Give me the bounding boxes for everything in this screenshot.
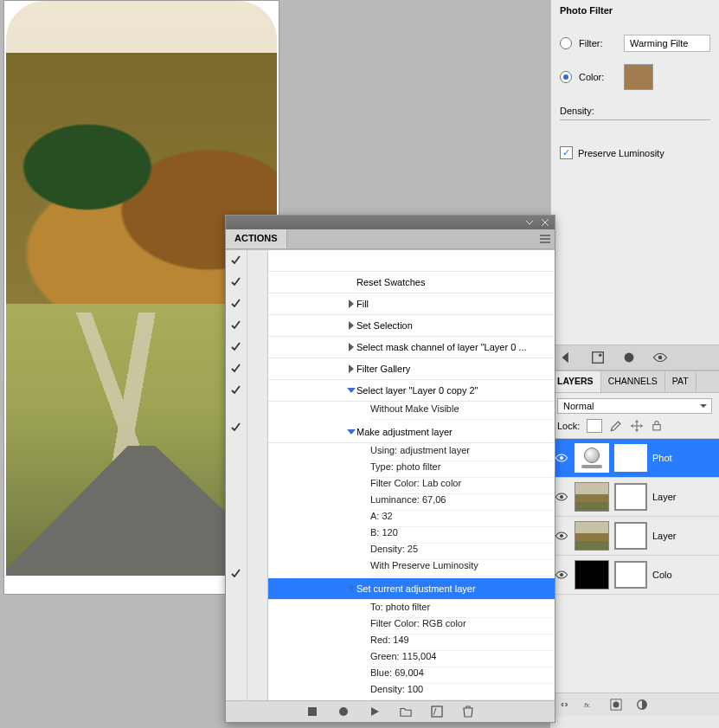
layer-mask-thumb[interactable]	[614, 561, 647, 589]
layer-row[interactable]: Layer	[550, 517, 719, 556]
layer-thumb[interactable]	[575, 521, 609, 551]
disclosure-open-icon[interactable]	[346, 429, 356, 435]
layer-name[interactable]: Layer	[652, 531, 677, 541]
action-step-label: Set current adjustment layer	[356, 580, 555, 597]
action-step[interactable]: Set current adjustment layer	[268, 578, 555, 600]
layer-row[interactable]: Colo	[550, 556, 719, 595]
lock-all-icon[interactable]	[651, 420, 663, 432]
action-step[interactable]: Make adjustment layer	[268, 422, 555, 443]
trash-icon[interactable]	[462, 705, 474, 718]
density-slider[interactable]	[560, 119, 710, 120]
layer-row[interactable]: Layer	[550, 478, 719, 517]
action-step[interactable]: Fill	[268, 293, 555, 315]
color-label: Color:	[579, 72, 617, 82]
mask-icon[interactable]	[609, 699, 623, 711]
action-step[interactable]: Select layer "Layer 0 copy 2"	[268, 380, 555, 402]
action-step[interactable]	[268, 250, 555, 272]
action-step[interactable]: Set Selection	[268, 315, 555, 337]
svg-point-14	[339, 707, 348, 716]
record-icon[interactable]	[337, 705, 350, 718]
back-arrow-icon[interactable]	[559, 350, 575, 365]
layer-mask-thumb[interactable]	[614, 444, 647, 472]
adjustments-icon-strip	[550, 345, 719, 370]
layer-thumb[interactable]	[575, 482, 609, 512]
layer-thumb-adjustment[interactable]	[575, 443, 609, 473]
layer-name[interactable]: Colo	[652, 570, 672, 580]
photo-filter-title: Photo Filter	[560, 5, 710, 16]
lock-label: Lock:	[557, 421, 580, 431]
layer-mask-thumb[interactable]	[614, 522, 647, 550]
svg-point-6	[560, 495, 563, 499]
actions-panel: ACTIONS Reset SwatchesFillSet SelectionS…	[225, 215, 555, 723]
action-step-label: Select layer "Layer 0 copy 2"	[356, 382, 555, 399]
action-step-label: Reset Swatches	[356, 274, 555, 291]
visibility-toggle[interactable]	[554, 489, 569, 505]
action-step[interactable]: Filter Gallery	[268, 358, 555, 380]
svg-rect-0	[593, 352, 604, 364]
filter-dropdown[interactable]: Warming Filte	[624, 35, 710, 52]
disclosure-closed-icon[interactable]	[346, 343, 356, 351]
new-set-icon[interactable]	[400, 705, 412, 718]
preserve-luminosity-label: Preserve Luminosity	[578, 148, 664, 158]
close-icon[interactable]	[541, 218, 549, 227]
play-icon[interactable]	[369, 705, 381, 718]
lock-brush-icon[interactable]	[609, 419, 623, 433]
actions-gutter	[226, 250, 268, 700]
adjustment-icon[interactable]	[590, 350, 606, 365]
eye-icon[interactable]	[652, 350, 668, 365]
tab-channels[interactable]: CHANNELS	[601, 371, 665, 392]
preserve-luminosity-checkbox[interactable]	[560, 146, 573, 159]
actions-steps-list[interactable]: Reset SwatchesFillSet SelectionSelect ma…	[268, 250, 555, 700]
svg-text:fx.: fx.	[584, 701, 591, 709]
disclosure-open-icon[interactable]	[346, 586, 356, 591]
action-step[interactable]: Reset Swatches	[268, 272, 555, 293]
visibility-toggle[interactable]	[554, 567, 569, 583]
new-action-icon[interactable]	[431, 705, 443, 718]
adjustment-new-icon[interactable]	[635, 699, 649, 711]
layers-footer: fx.	[550, 693, 719, 716]
action-step-details: Without Make Visible	[268, 402, 555, 422]
dialog-column[interactable]	[247, 250, 268, 700]
svg-point-8	[560, 573, 563, 577]
svg-point-5	[560, 456, 563, 460]
clip-icon[interactable]	[621, 350, 637, 365]
disclosure-closed-icon[interactable]	[346, 364, 356, 373]
filter-radio[interactable]	[560, 37, 572, 49]
disclosure-open-icon[interactable]	[346, 388, 356, 393]
svg-point-11	[613, 702, 619, 708]
actions-footer	[226, 700, 555, 722]
fx-icon[interactable]: fx.	[583, 699, 597, 711]
tab-actions[interactable]: ACTIONS	[226, 229, 287, 248]
stop-icon[interactable]	[306, 705, 318, 718]
color-radio[interactable]	[560, 71, 572, 83]
action-step-details: To: photo filterFilter Color: RGB colorR…	[268, 600, 555, 700]
toggle-column[interactable]	[226, 250, 247, 700]
visibility-toggle[interactable]	[554, 450, 569, 466]
color-swatch[interactable]	[624, 64, 653, 90]
density-label: Density:	[560, 106, 594, 116]
layer-name[interactable]: Layer	[652, 492, 677, 502]
layer-row[interactable]: Phot	[550, 439, 719, 478]
actions-titlebar[interactable]	[226, 216, 555, 229]
blend-mode-select[interactable]: Normal	[557, 398, 712, 414]
disclosure-closed-icon[interactable]	[346, 321, 356, 330]
action-step-label: Make adjustment layer	[356, 423, 555, 441]
collapse-icon[interactable]	[525, 218, 534, 227]
tab-paths[interactable]: PAT	[665, 371, 697, 392]
svg-point-1	[599, 354, 602, 358]
panel-menu-icon[interactable]	[536, 229, 555, 248]
tab-layers[interactable]: LAYERS	[550, 371, 601, 392]
visibility-toggle[interactable]	[554, 528, 569, 544]
link-icon[interactable]	[557, 699, 571, 711]
disclosure-closed-icon[interactable]	[346, 300, 356, 308]
action-step[interactable]: Select mask channel of layer "Layer 0 ..…	[268, 337, 555, 358]
svg-rect-15	[432, 706, 442, 717]
layers-panel-tabs: LAYERS CHANNELS PAT	[550, 371, 719, 393]
lock-transparency-icon[interactable]	[587, 419, 602, 433]
layer-name[interactable]: Phot	[652, 453, 672, 463]
layer-thumb[interactable]	[575, 560, 609, 589]
lock-move-icon[interactable]	[630, 419, 644, 433]
svg-rect-13	[308, 707, 317, 716]
layer-mask-thumb[interactable]	[614, 483, 647, 511]
svg-point-7	[560, 534, 563, 538]
